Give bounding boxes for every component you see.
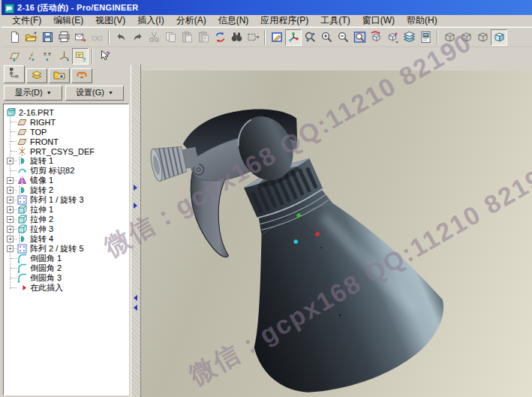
open-file-button[interactable]	[23, 29, 39, 46]
menu-item-5[interactable]: 分析(A)	[170, 14, 212, 27]
menu-item-1[interactable]: 文件(F)	[6, 14, 47, 27]
datum-planes-button[interactable]	[6, 48, 23, 65]
navigator-tabs	[2, 65, 131, 83]
sash-arrow-icon[interactable]	[134, 185, 137, 191]
tree-item[interactable]: 切剪 标识82	[4, 166, 128, 176]
hidden-line-button[interactable]	[458, 29, 474, 46]
expand-toggle[interactable]: +	[7, 216, 14, 223]
expand-toggle[interactable]: +	[7, 177, 14, 184]
menu-item-10[interactable]: 帮助(H)	[401, 14, 443, 27]
menu-item-3[interactable]: 视图(V)	[89, 14, 131, 27]
tree-item[interactable]: 倒圆角 1	[4, 254, 128, 263]
zoom-out-icon	[337, 31, 350, 44]
datum-axes-button[interactable]	[23, 48, 39, 65]
find-button[interactable]	[228, 29, 245, 46]
tree-item[interactable]: +拉伸 2	[4, 215, 128, 224]
menu-item-7[interactable]: 应用程序(P)	[254, 14, 314, 27]
orient-mode-button[interactable]	[302, 29, 318, 46]
view-manager-button[interactable]	[417, 29, 434, 46]
reorient-button[interactable]	[368, 29, 384, 46]
datum-points-button[interactable]	[39, 48, 56, 65]
datum-axes-icon	[25, 50, 38, 62]
repaint-button[interactable]	[269, 29, 285, 46]
sash-arrow-icon[interactable]	[134, 295, 137, 301]
expand-toggle[interactable]: +	[7, 197, 14, 203]
redo-button[interactable]	[129, 29, 146, 46]
undo-button[interactable]	[113, 29, 129, 46]
extrude-icon	[17, 215, 28, 224]
select-special-icon	[247, 31, 260, 44]
tree-item[interactable]: +阵列 2 / 旋转 5	[4, 244, 128, 254]
saved-views-button[interactable]	[384, 29, 401, 46]
expand-toggle[interactable]: +	[7, 187, 14, 194]
menu-item-6[interactable]: 信息(N)	[212, 14, 255, 27]
tree-item[interactable]: FRONT	[4, 137, 128, 146]
expand-toggle[interactable]: +	[7, 206, 14, 213]
csys-axis-red	[315, 232, 320, 236]
show-dropdown-label: 显示(D)	[14, 87, 42, 98]
context-help-button[interactable]: ?	[96, 48, 113, 65]
toolbar-separator	[108, 30, 110, 45]
tree-item[interactable]: TOP	[4, 127, 128, 137]
annotations-button[interactable]: ?	[72, 48, 89, 65]
tree-item[interactable]: 倒圆角 2	[4, 263, 128, 273]
tree-item[interactable]: +阵列 1 / 旋转 3	[4, 195, 128, 205]
datum-plane-icon	[17, 137, 28, 146]
save-icon	[41, 31, 54, 44]
wireframe-button[interactable]	[441, 29, 458, 46]
cut-button[interactable]	[146, 29, 162, 46]
new-file-button[interactable]	[6, 29, 23, 46]
print-button[interactable]	[56, 29, 72, 46]
tree-item[interactable]: PRT_CSYS_DEF	[4, 146, 128, 156]
tree-item[interactable]: 2-16.PRT	[4, 107, 128, 117]
menu-item-2[interactable]: 编辑(E)	[47, 14, 89, 27]
tree-item[interactable]: 在此插入	[4, 283, 128, 293]
tab-model-tree[interactable]	[4, 65, 25, 83]
pattern-icon	[17, 195, 28, 205]
send-mail-button[interactable]	[72, 29, 89, 46]
graphics-viewport[interactable]	[141, 65, 532, 397]
tab-layer-tree[interactable]	[26, 68, 47, 83]
sash-arrow-icon[interactable]	[134, 203, 137, 209]
tree-item[interactable]: 倒圆角 3	[4, 273, 128, 283]
tree-item[interactable]: +拉伸 1	[4, 205, 128, 215]
tab-favorites[interactable]	[71, 68, 92, 83]
tree-item[interactable]: RIGHT	[4, 117, 128, 127]
tab-folder-browser[interactable]	[49, 68, 70, 83]
tree-item[interactable]: +镜像 1	[4, 176, 128, 185]
expand-toggle[interactable]: +	[7, 236, 14, 242]
layers-button[interactable]	[401, 29, 417, 46]
show-dropdown-button[interactable]: 显示(D) ▼	[4, 86, 62, 101]
settings-dropdown-button[interactable]: 设置(G) ▼	[65, 86, 124, 101]
expand-toggle[interactable]: +	[7, 245, 14, 252]
cut-icon	[148, 31, 161, 44]
zoom-in-button[interactable]	[318, 29, 335, 46]
save-button[interactable]	[39, 29, 56, 46]
copy-button[interactable]	[162, 29, 179, 46]
shaded-button[interactable]	[491, 29, 507, 46]
menu-item-4[interactable]: 插入(I)	[131, 14, 170, 27]
expand-toggle[interactable]: +	[7, 226, 14, 233]
regenerate-button[interactable]	[212, 29, 228, 46]
hidden-line-icon	[460, 31, 473, 44]
datum-csys-button[interactable]	[56, 48, 72, 65]
select-special-button[interactable]	[245, 29, 261, 46]
no-hidden-button[interactable]	[474, 29, 491, 46]
refit-button[interactable]	[351, 29, 368, 46]
model-tree-panel[interactable]: 2-16.PRTRIGHTTOPFRONTPRT_CSYS_DEF+旋转 1切剪…	[3, 104, 129, 395]
spin-center-button[interactable]	[285, 29, 302, 46]
paste-button[interactable]	[179, 29, 195, 46]
sash-arrow-icon[interactable]	[134, 305, 137, 311]
zoom-out-button[interactable]	[335, 29, 351, 46]
model-scene[interactable]	[141, 71, 532, 397]
expand-toggle[interactable]: +	[7, 158, 14, 164]
title-bar[interactable]: 2-16 (活动的) - Pro/ENGINEER	[2, 0, 532, 15]
erase-display-button[interactable]	[89, 29, 105, 46]
bottle-cone	[211, 174, 460, 397]
navigator-sash[interactable]	[131, 65, 141, 397]
csys-axis-cyan	[293, 239, 298, 244]
menu-item-9[interactable]: 窗口(W)	[356, 14, 401, 27]
menu-item-8[interactable]: 工具(T)	[314, 14, 356, 27]
tree-item[interactable]: +拉伸 3	[4, 224, 128, 234]
paste-special-button[interactable]	[195, 29, 212, 46]
